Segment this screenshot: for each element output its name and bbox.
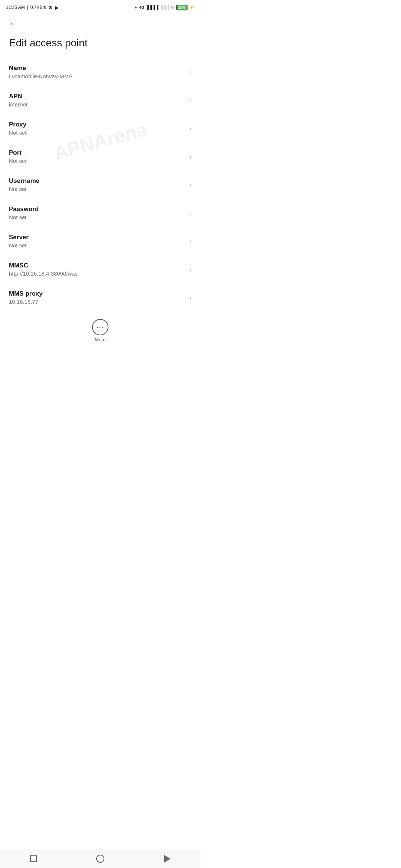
settings-item-mmsc[interactable]: MMSChttp://10.16.18.4:38090/was› [0, 255, 200, 283]
settings-item-value: Lycamobile-Norway-MMS [9, 73, 186, 79]
status-right: ∗ 4G ▐▐▐▐ ▐▐▐ ☉ 38% ⚡ [134, 5, 195, 10]
charging-icon: ⚡ [189, 5, 195, 10]
speed: 0.7KB/s [30, 5, 46, 10]
settings-item-proxy[interactable]: ProxyNot set› [0, 114, 200, 142]
settings-item-value: Not set [9, 214, 186, 220]
chevron-right-icon: › [189, 209, 192, 217]
back-arrow-icon: ← [9, 19, 17, 29]
settings-list: NameLycamobile-Norway-MMS›APNinternet›Pr… [0, 58, 200, 312]
settings-item-password[interactable]: PasswordNot set› [0, 199, 200, 227]
settings-item-value: Not set [9, 242, 186, 249]
settings-item-label: Password [9, 206, 186, 213]
settings-item-label: Proxy [9, 121, 186, 128]
settings-item-apn[interactable]: APNinternet› [0, 86, 200, 114]
camera-icon: ▶ [55, 5, 59, 10]
bluetooth-icon: ∗ [134, 5, 138, 10]
settings-item-value: Not set [9, 186, 186, 192]
settings-item-value: 10.16.18.77 [9, 299, 186, 305]
settings-item-content: MMS proxy10.16.18.77 [9, 290, 186, 305]
settings-item-content: PasswordNot set [9, 206, 186, 220]
settings-item-value: Not set [9, 158, 186, 164]
wifi-icon: ☉ [171, 5, 175, 10]
settings-item-server[interactable]: ServerNot set› [0, 227, 200, 255]
back-button[interactable]: ← [6, 16, 21, 31]
content-wrapper: NameLycamobile-Norway-MMS›APNinternet›Pr… [0, 58, 200, 393]
settings-item-content: ServerNot set [9, 234, 186, 249]
more-section: ⋯ More [0, 313, 200, 348]
settings-item-content: MMSChttp://10.16.18.4:38090/was [9, 262, 186, 277]
chevron-right-icon: › [189, 125, 192, 132]
chevron-right-icon: › [189, 96, 192, 104]
settings-item-mms-proxy[interactable]: MMS proxy10.16.18.77› [0, 283, 200, 312]
settings-item-content: PortNot set [9, 149, 186, 164]
chevron-right-icon: › [189, 153, 192, 161]
chevron-right-icon: › [189, 294, 192, 302]
settings-item-label: MMSC [9, 262, 186, 269]
status-bar: 11:35 AM | 0.7KB/s ⚙ ▶ ∗ 4G ▐▐▐▐ ▐▐▐ ☉ 3… [0, 0, 200, 13]
more-button[interactable]: ⋯ More [92, 319, 108, 342]
time: 11:35 AM [6, 5, 25, 10]
chevron-right-icon: › [189, 181, 192, 189]
settings-item-content: UsernameNot set [9, 177, 186, 192]
more-label: More [95, 337, 106, 342]
settings-item-content: NameLycamobile-Norway-MMS [9, 65, 186, 79]
chevron-right-icon: › [189, 68, 192, 76]
settings-item-value: http://10.16.18.4:38090/was [9, 270, 186, 277]
settings-item-label: Server [9, 234, 186, 241]
signal-bars2-icon: ▐▐▐ [160, 5, 169, 10]
settings-item-label: APN [9, 93, 186, 100]
settings-item-label: Port [9, 149, 186, 157]
top-nav: ← [0, 13, 200, 34]
settings-item-name[interactable]: NameLycamobile-Norway-MMS› [0, 58, 200, 86]
separator: | [27, 5, 28, 10]
settings-item-content: APNinternet [9, 93, 186, 108]
signal-4g-icon: 4G [139, 6, 144, 10]
signal-bars-icon: ▐▐▐▐ [146, 5, 158, 10]
settings-icon: ⚙ [48, 5, 53, 10]
page-title: Edit access point [0, 34, 200, 58]
status-left: 11:35 AM | 0.7KB/s ⚙ ▶ [6, 5, 59, 10]
settings-item-content: ProxyNot set [9, 121, 186, 136]
settings-item-label: Username [9, 177, 186, 185]
settings-item-port[interactable]: PortNot set› [0, 142, 200, 171]
chevron-right-icon: › [189, 237, 192, 245]
settings-item-label: MMS proxy [9, 290, 186, 297]
chevron-right-icon: › [189, 266, 192, 273]
settings-item-username[interactable]: UsernameNot set› [0, 171, 200, 199]
settings-item-value: internet [9, 101, 186, 108]
battery-icon: 38% [176, 5, 188, 10]
more-circle-icon: ⋯ [92, 319, 108, 335]
settings-item-value: Not set [9, 129, 186, 136]
settings-item-label: Name [9, 65, 186, 72]
